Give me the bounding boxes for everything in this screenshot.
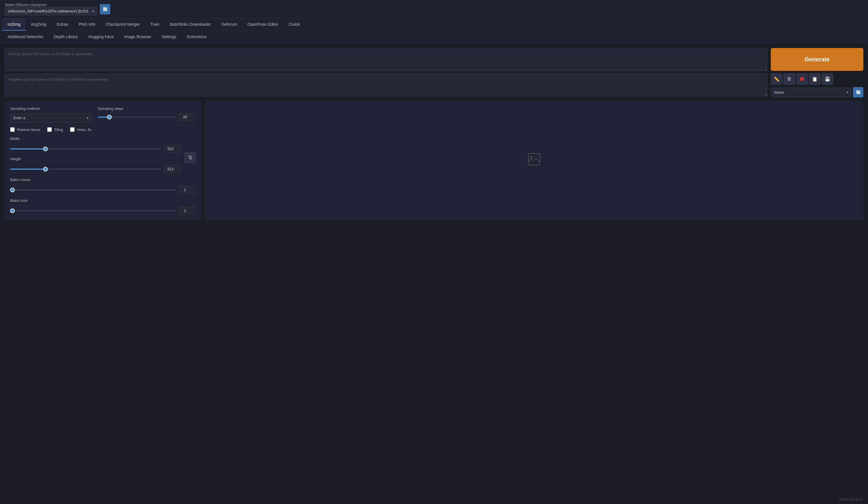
tab-hugging-face[interactable]: Hugging Face bbox=[83, 31, 119, 43]
main-content: Generate ✏️ 🗑 📋 💾 Styles bbox=[0, 43, 868, 225]
sampling-steps-slider-container bbox=[98, 116, 176, 118]
generate-panel: Generate ✏️ 🗑 📋 💾 Styles bbox=[771, 48, 864, 97]
edit-icon-button[interactable]: ✏️ bbox=[771, 73, 782, 85]
tab-train[interactable]: Train bbox=[145, 19, 165, 31]
tab-batchlinks-downloader[interactable]: Batchlinks Downloader bbox=[165, 19, 216, 31]
checkpoint-select[interactable]: chilloutmix_NiPrunedFp32Fix.safetensors … bbox=[4, 7, 97, 15]
batch-count-value[interactable] bbox=[178, 186, 196, 194]
styles-select[interactable]: Styles bbox=[771, 87, 851, 97]
record-icon-button[interactable] bbox=[796, 73, 808, 85]
sampling-steps-label: Sampling steps bbox=[98, 106, 196, 111]
batch-size-value[interactable] bbox=[178, 207, 196, 214]
width-slider[interactable] bbox=[10, 148, 161, 149]
height-slider[interactable] bbox=[10, 169, 161, 170]
clipboard-icon-button[interactable]: 📋 bbox=[809, 73, 820, 85]
svg-point-2 bbox=[531, 156, 533, 158]
width-label-row: Width bbox=[10, 136, 182, 143]
checkpoint-label: Stable Diffusion checkpoint bbox=[4, 3, 97, 7]
sampling-method-label: Sampling method bbox=[10, 106, 92, 111]
batch-size-label-row: Batch size bbox=[10, 198, 196, 205]
tab-openpose-editor[interactable]: OpenPose Editor bbox=[242, 19, 283, 31]
svg-rect-0 bbox=[800, 77, 804, 81]
save-icon-button[interactable]: 💾 bbox=[822, 73, 833, 85]
hires-fix-checkbox-item[interactable]: Hires. fix bbox=[70, 127, 92, 132]
restore-faces-checkbox-item[interactable]: Restore faces bbox=[10, 127, 40, 132]
restore-faces-checkbox[interactable] bbox=[10, 127, 15, 132]
batch-count-label-row: Batch count bbox=[10, 178, 196, 184]
sampling-steps-value-wrap bbox=[178, 113, 196, 121]
height-item: Height bbox=[10, 157, 182, 173]
prompts-and-generate-section: Generate ✏️ 🗑 📋 💾 Styles bbox=[4, 48, 864, 97]
batch-count-slider-row bbox=[10, 186, 196, 194]
sampling-row: Sampling method Euler a Euler LMS Heun D… bbox=[10, 106, 196, 123]
tab-image-browser[interactable]: Image Browser bbox=[119, 31, 156, 43]
hires-fix-label: Hires. fix bbox=[77, 127, 92, 132]
batch-size-slider-row bbox=[10, 207, 196, 214]
height-slider-row bbox=[10, 165, 182, 173]
width-label: Width bbox=[10, 136, 20, 141]
batch-size-slider[interactable] bbox=[10, 210, 176, 211]
checkpoint-bar: Stable Diffusion checkpoint chilloutmix_… bbox=[0, 0, 868, 19]
width-slider-container bbox=[10, 148, 161, 149]
generate-button[interactable]: Generate bbox=[771, 48, 864, 71]
batch-count-slider-container bbox=[10, 189, 176, 191]
tab-txt2img[interactable]: txt2img bbox=[2, 19, 26, 31]
image-output-panel bbox=[205, 101, 864, 220]
batch-size-label: Batch size bbox=[10, 198, 28, 203]
hires-fix-checkbox[interactable] bbox=[70, 127, 75, 132]
sampling-steps-col: Sampling steps bbox=[98, 106, 196, 121]
tab-depth-library[interactable]: Depth Library bbox=[49, 31, 83, 43]
styles-row: Styles 🔄 bbox=[771, 87, 864, 97]
tab-civitai[interactable]: CivitAi bbox=[283, 19, 306, 31]
tab-additional-networks[interactable]: Additional Networks bbox=[2, 31, 49, 43]
tiling-checkbox[interactable] bbox=[47, 127, 52, 132]
height-label-row: Height bbox=[10, 157, 182, 164]
batch-count-value-wrap bbox=[178, 186, 196, 194]
image-placeholder-icon bbox=[527, 153, 541, 169]
tiling-checkbox-item[interactable]: Tiling bbox=[47, 127, 63, 132]
width-slider-row bbox=[10, 145, 182, 153]
prompts-column bbox=[4, 48, 767, 97]
refresh-icon: 🔄 bbox=[103, 7, 107, 12]
tab-img2img[interactable]: img2img bbox=[26, 19, 52, 31]
checkboxes-row: Restore faces Tiling Hires. fix bbox=[10, 127, 196, 132]
sampling-steps-slider[interactable] bbox=[98, 116, 176, 118]
lower-section: Sampling method Euler a Euler LMS Heun D… bbox=[4, 101, 864, 220]
tab-settings[interactable]: Settings bbox=[156, 31, 182, 43]
sampling-method-select-wrap: Euler a Euler LMS Heun DPM2 DDIM PLMS bbox=[10, 113, 92, 123]
width-value[interactable] bbox=[164, 145, 182, 153]
negative-prompt-input[interactable] bbox=[4, 73, 767, 97]
refresh-styles-icon: 🔄 bbox=[856, 90, 861, 95]
batch-size-row: Batch size bbox=[10, 198, 196, 214]
tab-extras[interactable]: Extras bbox=[52, 19, 73, 31]
tab-extensions[interactable]: Extensions bbox=[182, 31, 212, 43]
height-value[interactable] bbox=[164, 165, 182, 173]
batch-size-slider-container bbox=[10, 210, 176, 211]
svg-rect-1 bbox=[528, 154, 540, 165]
tab-png-info[interactable]: PNG Info bbox=[73, 19, 101, 31]
dimension-row: Width Height bbox=[10, 136, 196, 173]
trash-icon-button[interactable]: 🗑 bbox=[784, 73, 795, 85]
refresh-styles-button[interactable]: 🔄 bbox=[853, 87, 864, 97]
height-label: Height bbox=[10, 157, 21, 161]
swap-dimensions-button[interactable]: ⇅ bbox=[184, 152, 196, 164]
prompt-input[interactable] bbox=[4, 48, 767, 71]
width-value-wrap bbox=[164, 145, 182, 153]
controls-panel: Sampling method Euler a Euler LMS Heun D… bbox=[4, 101, 202, 220]
batch-count-row: Batch count bbox=[10, 178, 196, 194]
refresh-checkpoint-button[interactable]: 🔄 bbox=[100, 4, 110, 14]
dimension-sliders: Width Height bbox=[10, 136, 182, 173]
watermark: CSDN @乐觉消... bbox=[839, 497, 865, 502]
batch-count-slider[interactable] bbox=[10, 189, 176, 191]
tiling-label: Tiling bbox=[54, 127, 63, 132]
tab-checkpoint-merger[interactable]: Checkpoint Merger bbox=[100, 19, 145, 31]
batch-size-value-wrap bbox=[178, 207, 196, 214]
styles-select-wrap: Styles bbox=[771, 87, 851, 97]
sampling-method-select[interactable]: Euler a Euler LMS Heun DPM2 DDIM PLMS bbox=[10, 113, 92, 123]
height-value-wrap bbox=[164, 165, 182, 173]
sampling-steps-value[interactable] bbox=[178, 113, 196, 121]
nav-tabs-row1: txt2img img2img Extras PNG Info Checkpoi… bbox=[0, 19, 868, 31]
tab-deforum[interactable]: Deforum bbox=[216, 19, 242, 31]
batch-count-label: Batch count bbox=[10, 178, 30, 182]
sampling-steps-slider-row bbox=[98, 113, 196, 121]
